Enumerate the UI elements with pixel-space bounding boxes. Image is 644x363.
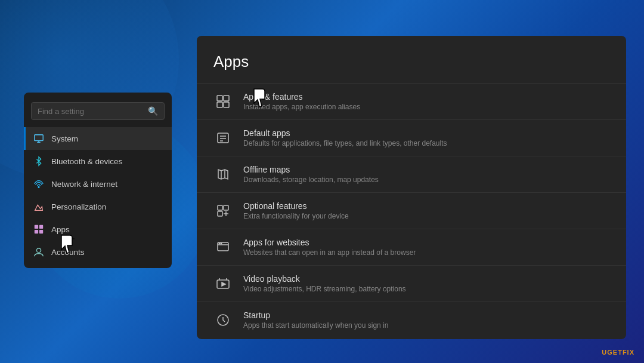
sidebar-label-personalization: Personalization [51,202,106,211]
svg-rect-12 [224,102,229,107]
sidebar-label-bluetooth: Bluetooth & devices [51,157,122,166]
default-apps-title: Default apps [243,128,447,138]
main-content-panel: Apps Apps & features Installed apps, app… [197,36,626,339]
optional-features-desc: Extra functionality for your device [243,212,349,220]
apps-features-icon [213,92,233,111]
sidebar-item-bluetooth[interactable]: Bluetooth & devices [24,150,172,173]
svg-point-3 [38,187,39,188]
svg-rect-10 [224,96,229,101]
svg-rect-5 [39,225,43,229]
apps-features-title: Apps & features [243,92,360,101]
svg-rect-19 [218,205,222,210]
watermark-prefix: U [602,349,607,356]
svg-point-26 [219,243,220,244]
offline-maps-text: Offline maps Downloads, storage location… [243,165,379,184]
svg-rect-0 [35,135,43,141]
svg-rect-4 [35,225,38,229]
svg-rect-6 [35,230,38,233]
settings-sidebar: 🔍 System Bluetooth & devices [24,93,172,268]
settings-item-default-apps[interactable]: Default apps Defaults for applications, … [197,119,626,156]
startup-desc: Apps that start automatically when you s… [243,321,388,330]
apps-websites-icon [213,238,233,257]
search-input[interactable] [38,107,148,116]
network-icon [33,179,44,189]
apps-features-text: Apps & features Installed apps, app exec… [243,92,360,111]
settings-item-video-playback[interactable]: Video playback Video adjustments, HDR st… [197,265,626,302]
startup-icon [213,310,233,330]
settings-item-offline-maps[interactable]: Offline maps Downloads, storage location… [197,156,626,192]
svg-rect-21 [218,211,222,216]
bluetooth-icon [33,156,44,167]
sidebar-label-accounts: Accounts [51,248,85,257]
watermark: UGETFIX [602,349,634,356]
apps-features-desc: Installed apps, app execution aliases [243,103,360,111]
sidebar-label-apps: Apps [51,225,70,234]
video-playback-desc: Video adjustments, HDR streaming, batter… [243,285,406,293]
accounts-icon [33,247,44,257]
apps-icon [33,224,44,235]
video-playback-icon [213,274,233,293]
offline-maps-icon [213,165,233,184]
svg-rect-7 [39,230,43,233]
default-apps-desc: Defaults for applications, file types, a… [243,139,447,147]
svg-rect-9 [217,96,222,101]
apps-websites-desc: Websites that can open in an app instead… [243,248,416,257]
video-playback-title: Video playback [243,274,406,284]
svg-marker-29 [222,282,225,286]
settings-item-apps-websites[interactable]: Apps for websites Websites that can open… [197,229,626,265]
optional-features-title: Optional features [243,201,349,211]
sidebar-label-system: System [51,134,78,143]
optional-features-icon [213,201,233,220]
svg-point-8 [36,248,41,253]
startup-title: Startup [243,310,388,320]
apps-websites-title: Apps for websites [243,238,416,247]
default-apps-text: Default apps Defaults for applications, … [243,128,447,147]
watermark-highlight: GET [607,349,623,356]
sidebar-item-personalization[interactable]: Personalization [24,195,172,218]
settings-item-startup[interactable]: Startup Apps that start automatically wh… [197,302,626,338]
settings-item-optional-features[interactable]: Optional features Extra functionality fo… [197,192,626,229]
default-apps-icon [213,128,233,147]
page-title: Apps [197,53,626,83]
video-playback-text: Video playback Video adjustments, HDR st… [243,274,406,293]
offline-maps-title: Offline maps [243,165,379,174]
watermark-suffix: FIX [623,349,634,356]
optional-features-text: Optional features Extra functionality fo… [243,201,349,220]
svg-point-27 [221,243,222,244]
offline-maps-desc: Downloads, storage location, map updates [243,176,379,184]
settings-list: Apps & features Installed apps, app exec… [197,83,626,338]
sidebar-item-system[interactable]: System [24,127,172,150]
settings-item-apps-features[interactable]: Apps & features Installed apps, app exec… [197,83,626,119]
system-icon [33,133,44,144]
svg-rect-20 [224,205,228,210]
apps-websites-text: Apps for websites Websites that can open… [243,238,416,257]
sidebar-label-network: Network & internet [51,180,117,189]
personalization-icon [33,201,44,212]
startup-text: Startup Apps that start automatically wh… [243,310,388,330]
svg-rect-11 [217,102,222,107]
sidebar-item-network[interactable]: Network & internet [24,173,172,195]
sidebar-item-accounts[interactable]: Accounts [24,241,172,263]
search-icon: 🔍 [148,106,158,116]
sidebar-item-apps[interactable]: Apps [24,218,172,241]
search-box[interactable]: 🔍 [31,102,165,120]
